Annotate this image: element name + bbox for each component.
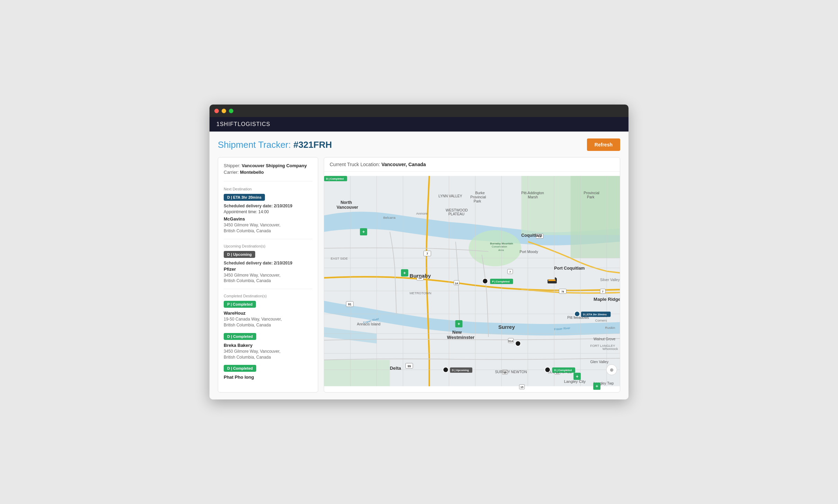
- svg-text:D  |  ETA 3hr 20mins: D | ETA 3hr 20mins: [583, 313, 607, 316]
- svg-text:FORT LANGLEY: FORT LANGLEY: [590, 344, 615, 348]
- svg-text:Pitt-Addington: Pitt-Addington: [521, 191, 544, 195]
- app-window: 1SHIFTLOGISTICS Shipment Tracker: #321FR…: [210, 105, 628, 399]
- sidebar-panel: Shipper: Vancouver Shipping Company Carr…: [218, 157, 318, 393]
- next-dest-date-val: 2/10/2019: [274, 204, 292, 208]
- completed-3: D | Completed Phat Pho long: [224, 365, 312, 380]
- svg-text:+: +: [596, 384, 598, 389]
- svg-text:Area: Area: [498, 249, 504, 252]
- svg-text:Langley City: Langley City: [564, 379, 586, 384]
- svg-text:Westminster: Westminster: [447, 335, 474, 340]
- upcoming-destinations-section: Upcoming Destination(s) D | Upcoming Sch…: [224, 244, 312, 289]
- completed3-name: Phat Pho long: [224, 375, 312, 380]
- map-svg: Burnaby Mountain Conservation Area: [324, 172, 620, 390]
- next-dest-label: Next Destination: [224, 187, 312, 191]
- completed3-badge: D | Completed: [224, 365, 256, 372]
- completed-pill-3: D | Completed: [552, 368, 575, 373]
- svg-text:Provincial: Provincial: [584, 191, 599, 195]
- carrier-value: Montebello: [240, 170, 264, 175]
- svg-text:Corners: Corners: [595, 318, 607, 322]
- upcoming-badge: D | Upcoming: [224, 251, 255, 258]
- svg-text:D  |  Completed: D | Completed: [554, 369, 572, 372]
- svg-text:+: +: [457, 321, 460, 326]
- svg-text:Burnaby: Burnaby: [410, 273, 431, 279]
- svg-text:Glen Valley: Glen Valley: [590, 360, 609, 364]
- compass-icon[interactable]: ⊕: [606, 364, 617, 375]
- svg-text:15: 15: [520, 386, 523, 389]
- svg-text:+: +: [403, 270, 406, 276]
- svg-text:WESTWOOD: WESTWOOD: [446, 208, 468, 212]
- refresh-button[interactable]: Refresh: [587, 138, 620, 151]
- completed-dot-1: [482, 278, 488, 284]
- main-layout: Shipper: Vancouver Shipping Company Carr…: [218, 157, 620, 393]
- plus-marker-3: +: [455, 320, 463, 327]
- next-dest-addr: 3450 Gilmore Way, Vancouver, British Col…: [224, 222, 312, 234]
- svg-text:Park: Park: [587, 195, 595, 199]
- maximize-dot[interactable]: [229, 109, 233, 113]
- carrier-row: Carrier: Montebello: [224, 170, 312, 175]
- svg-text:Coquitlam: Coquitlam: [521, 233, 542, 238]
- completed1-badge-text: P | Completed: [227, 302, 252, 306]
- next-dest-date-label: Scheduled delivery date:: [224, 204, 273, 208]
- svg-rect-7: [324, 360, 390, 386]
- svg-text:Surrey: Surrey: [498, 324, 515, 330]
- svg-text:PLATEAU: PLATEAU: [448, 212, 465, 216]
- completed2-badge-text: D | Completed: [227, 334, 253, 339]
- svg-text:Silver Valley: Silver Valley: [600, 278, 620, 282]
- next-dest-badge: D | ETA 3hr 20mins: [224, 194, 265, 201]
- map-header: Current Truck Location: Vancouver, Canad…: [324, 158, 620, 172]
- logo-bold: 1SHIFT: [216, 121, 238, 127]
- eta-pill: D | ETA 3hr 20mins: [581, 312, 610, 317]
- svg-text:7: 7: [602, 290, 604, 293]
- svg-text:New: New: [452, 330, 462, 335]
- page-title: Shipment Tracker: #321FRH: [218, 140, 332, 150]
- title-id: #321FRH: [293, 140, 332, 150]
- svg-text:METROTOWN: METROTOWN: [410, 291, 431, 295]
- upcoming-addr: 3450 Gilmore Way, Vancouver, British Col…: [224, 272, 312, 284]
- svg-text:SURREY NEWTON: SURREY NEWTON: [495, 370, 527, 374]
- next-dest-date: Scheduled delivery date: 2/10/2019: [224, 204, 312, 208]
- svg-text:Whonnock: Whonnock: [603, 347, 618, 351]
- title-prefix: Shipment Tracker:: [218, 140, 293, 150]
- completed3-badge-text: D | Completed: [227, 366, 253, 370]
- plus-marker-4: +: [573, 373, 581, 380]
- svg-text:7: 7: [509, 270, 511, 273]
- svg-text:Walnut Grove: Walnut Grove: [594, 337, 616, 341]
- next-dest-appt: Appointment time: 14:00: [224, 209, 312, 214]
- completed1-badge: P | Completed: [224, 301, 256, 308]
- plus-marker-5: +: [593, 382, 600, 390]
- plus-marker-1: +: [360, 228, 367, 235]
- completed2-name: Breka Bakery: [224, 343, 312, 348]
- svg-text:Vancouver: Vancouver: [337, 205, 358, 210]
- upcoming-badge-text: D | Upcoming: [227, 252, 252, 256]
- next-dest-badge-text: D | ETA 3hr 20mins: [227, 195, 261, 199]
- shipper-value: Vancouver Shipping Company: [242, 163, 307, 168]
- header-row: Shipment Tracker: #321FRH Refresh: [218, 138, 620, 151]
- svg-text:91: 91: [348, 303, 351, 306]
- svg-text:Ruskin: Ruskin: [605, 326, 615, 330]
- plus-marker-2: +: [401, 269, 408, 277]
- completed2-badge: D | Completed: [224, 333, 256, 340]
- svg-text:Park: Park: [474, 199, 481, 203]
- upcoming-date-label: Scheduled delivery date:: [224, 261, 273, 266]
- shipper-info: Shipper: Vancouver Shipping Company Carr…: [224, 163, 312, 181]
- svg-text:Port Coquitlam: Port Coquitlam: [554, 266, 585, 271]
- completed-label: Completed Destination(s): [224, 294, 312, 298]
- upcoming-date-val: 2/10/2019: [274, 261, 292, 266]
- svg-text:EAST SIDE: EAST SIDE: [331, 256, 348, 260]
- completed-dot-2: [515, 341, 520, 346]
- svg-text:78: 78: [561, 290, 564, 293]
- completed-pill-1: P | Completed: [490, 279, 513, 284]
- minimize-dot[interactable]: [222, 109, 226, 113]
- next-destination-section: Next Destination D | ETA 3hr 20mins Sche…: [224, 187, 312, 239]
- svg-text:99: 99: [408, 364, 411, 368]
- close-dot[interactable]: [214, 109, 219, 113]
- upcoming-pill: D | Upcoming: [450, 368, 472, 373]
- svg-text:Anmore: Anmore: [416, 212, 428, 215]
- svg-text:North: North: [340, 200, 352, 205]
- shipper-row: Shipper: Vancouver Shipping Company: [224, 163, 312, 168]
- page-content: Shipment Tracker: #321FRH Refresh Shippe…: [210, 132, 628, 399]
- map-container: Burnaby Mountain Conservation Area: [324, 172, 620, 390]
- svg-text:D  |  Completed: D | Completed: [326, 177, 344, 180]
- svg-text:Belcarra: Belcarra: [383, 216, 396, 219]
- svg-text:P  |  Completed: P | Completed: [492, 280, 510, 283]
